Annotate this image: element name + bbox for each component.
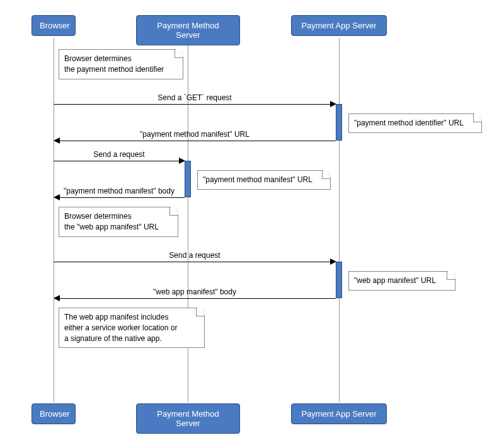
msg-arrow (54, 161, 181, 161)
participant-label: Browser (40, 21, 70, 30)
participant-pms-top: Payment Method Server (136, 15, 240, 45)
lifeline-pas (339, 38, 340, 402)
participant-browser-bottom: Browser (32, 403, 76, 424)
msg-label-manifest-url: "payment method manifest" URL (54, 130, 336, 139)
note-determines-webapp-url: Browser determines the "web app manifest… (59, 207, 178, 237)
msg-label-get-request: Send a `GET` request (54, 93, 336, 102)
note-webapp-includes: The web app manifest includes either a s… (59, 308, 205, 348)
note-line: the payment method identifier (64, 65, 164, 74)
participant-pms-bottom: Payment Method Server (136, 403, 240, 434)
activation-pas-2 (336, 262, 342, 298)
note-line: the "web app manifest" URL (64, 223, 159, 231)
msg-arrow (54, 262, 333, 262)
note-line: "payment method manifest" URL (203, 175, 312, 184)
participant-browser-top: Browser (32, 15, 76, 36)
msg-label-webapp-body: "web app manifest" body (54, 287, 336, 296)
note-line: "payment method identifier" URL (354, 119, 464, 127)
participant-label: Payment App Server (301, 21, 376, 30)
msg-label-send-request-pas: Send a request (54, 251, 336, 260)
participant-label: Browser (40, 409, 70, 419)
msg-arrow (60, 197, 185, 198)
note-line: "web app manifest" URL (354, 276, 436, 285)
msg-label-manifest-body: "payment method manifest" body (54, 187, 185, 195)
msg-arrow (54, 104, 333, 105)
activation-pms (185, 161, 191, 197)
msg-arrow (60, 141, 336, 141)
arrowhead-icon (54, 295, 60, 301)
note-line: Browser determines (64, 54, 132, 63)
participant-pas-bottom: Payment App Server (291, 403, 387, 424)
participant-label: Payment Method Server (157, 409, 219, 428)
note-line: The web app manifest includes (64, 313, 168, 321)
msg-arrow (60, 298, 336, 299)
participant-label: Payment App Server (301, 409, 376, 419)
note-line: a signature of the native app. (64, 334, 162, 343)
arrowhead-icon (54, 137, 60, 144)
note-webapp-url: "web app manifest" URL (348, 271, 455, 291)
note-line: either a service worker location or (64, 323, 177, 332)
participant-pas-top: Payment App Server (291, 15, 387, 36)
activation-pas-1 (336, 104, 342, 141)
note-manifest-url: "payment method manifest" URL (197, 170, 331, 190)
note-determines-identifier: Browser determines the payment method id… (59, 49, 183, 79)
msg-label-send-request-pms: Send a request (54, 150, 185, 159)
participant-label: Payment Method Server (157, 21, 219, 40)
arrowhead-icon (54, 194, 60, 200)
note-identifier-url: "payment method identifier" URL (348, 113, 482, 133)
note-line: Browser determines (64, 212, 132, 221)
lifeline-browser (54, 38, 54, 402)
